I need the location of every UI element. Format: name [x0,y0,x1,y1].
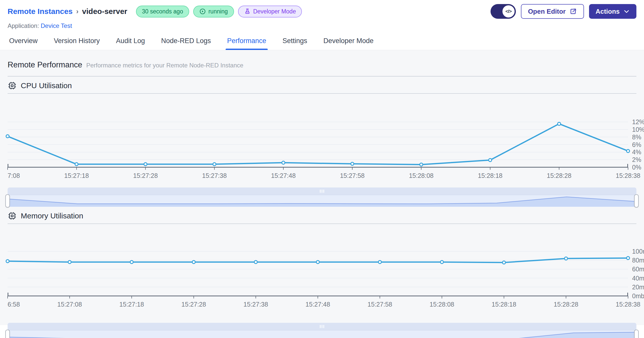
tab-node-red-logs[interactable]: Node-RED Logs [160,32,212,50]
svg-text:15:27:38: 15:27:38 [202,172,227,179]
cpu-chip-icon [8,81,17,90]
svg-text:15:28:38: 15:28:38 [616,172,640,179]
instance-tabs: Overview Version History Audit Log Node-… [0,32,644,50]
running-status-text: running [208,8,228,15]
svg-text:8%: 8% [632,134,641,141]
last-seen-badge: 30 seconds ago [136,6,189,17]
cpu-slider-left-handle[interactable] [5,194,10,208]
svg-text:15:28:28: 15:28:28 [554,301,578,308]
svg-text:15:27:48: 15:27:48 [271,172,296,179]
actions-button[interactable]: Actions [589,4,636,19]
svg-text:15:27:28: 15:27:28 [181,301,206,308]
svg-text:15:28:08: 15:28:08 [430,301,454,308]
svg-text:100mb: 100mb [632,248,644,255]
svg-text:15:27:58: 15:27:58 [340,172,364,179]
memory-section-title: Memory Utilisation [21,212,83,220]
running-status-badge: running [193,6,234,17]
cpu-chart-range-slider [8,187,636,207]
breadcrumb-separator: › [76,7,79,15]
play-circle-icon [199,8,206,15]
page-header: Remote Instances › video-server 30 secon… [0,0,644,32]
svg-text:0%: 0% [632,164,641,171]
svg-text:60mb: 60mb [632,266,644,273]
svg-text:6:58: 6:58 [8,301,20,308]
svg-text:2%: 2% [632,156,641,163]
breadcrumb-instance-name: video-server [82,7,127,16]
cpu-slider-preview[interactable] [8,195,636,207]
svg-text:15:27:18: 15:27:18 [64,172,89,179]
svg-text:7:08: 7:08 [8,172,20,179]
tab-audit-log[interactable]: Audit Log [114,32,146,50]
memory-slider-right-handle[interactable] [634,330,639,338]
tab-version-history[interactable]: Version History [52,32,102,50]
status-badges: 30 seconds ago running Developer Mode [136,6,302,17]
code-icon: </> [502,5,515,17]
memory-chart-range-slider [8,323,636,338]
svg-text:4%: 4% [632,148,641,156]
tab-developer-mode[interactable]: Developer Mode [322,32,375,50]
page-title: Remote Performance [8,60,82,69]
svg-text:15:28:18: 15:28:18 [478,172,502,179]
svg-text:0mb: 0mb [632,292,644,299]
svg-text:15:27:28: 15:27:28 [133,172,158,179]
tab-settings[interactable]: Settings [281,32,309,50]
memory-utilisation-chart: 0mb20mb40mb60mb80mb100mb6:5815:27:0815:2… [8,245,636,308]
cpu-section-title: CPU Utilisation [21,81,72,90]
memory-slider-drag-bar[interactable] [8,323,636,330]
chevron-down-icon [623,8,630,15]
svg-text:80mb: 80mb [632,257,644,264]
cpu-section-divider [8,93,636,94]
breadcrumb: Remote Instances › video-server [8,7,127,16]
svg-text:20mb: 20mb [632,284,644,291]
svg-text:15:27:38: 15:27:38 [243,301,268,308]
open-editor-button[interactable]: Open Editor [521,4,584,19]
application-label: Application: [8,22,39,29]
application-row: Application: Device Test [8,22,636,29]
external-link-icon [569,8,577,15]
cpu-slider-right-handle[interactable] [634,194,639,208]
svg-text:10%: 10% [632,126,644,133]
page-subtitle: Performance metrics for your Remote Node… [86,62,243,69]
svg-text:15:27:08: 15:27:08 [57,301,82,308]
svg-text:15:27:48: 15:27:48 [305,301,330,308]
memory-chip-icon [8,211,17,220]
svg-text:15:27:18: 15:27:18 [119,301,144,308]
svg-text:12%: 12% [632,118,644,125]
svg-text:15:28:08: 15:28:08 [409,172,434,179]
memory-slider-preview[interactable] [8,330,636,338]
flask-icon [244,8,251,15]
breadcrumb-remote-instances-link[interactable]: Remote Instances [8,7,73,16]
open-editor-label: Open Editor [528,8,566,15]
svg-text:40mb: 40mb [632,275,644,282]
developer-mode-text: Developer Mode [253,8,296,15]
tab-performance[interactable]: Performance [226,32,268,50]
developer-mode-toggle[interactable]: </> [491,4,516,19]
developer-mode-badge: Developer Mode [238,6,302,17]
application-link[interactable]: Device Test [41,22,72,29]
svg-text:15:28:18: 15:28:18 [492,301,516,308]
performance-panel: Remote Performance Performance metrics f… [0,50,644,325]
memory-section-divider [8,223,636,224]
cpu-slider-drag-bar[interactable] [8,187,636,195]
tab-overview[interactable]: Overview [8,32,39,50]
cpu-utilisation-chart: 0%2%4%6%8%10%12%7:0815:27:1815:27:2815:2… [8,109,636,179]
memory-slider-left-handle[interactable] [5,330,10,338]
svg-text:15:28:38: 15:28:38 [616,301,640,308]
svg-text:15:27:58: 15:27:58 [367,301,392,308]
actions-label: Actions [596,8,620,15]
last-seen-text: 30 seconds ago [142,8,183,15]
svg-text:15:28:28: 15:28:28 [547,172,571,179]
svg-text:6%: 6% [632,141,641,148]
title-divider [8,76,636,77]
